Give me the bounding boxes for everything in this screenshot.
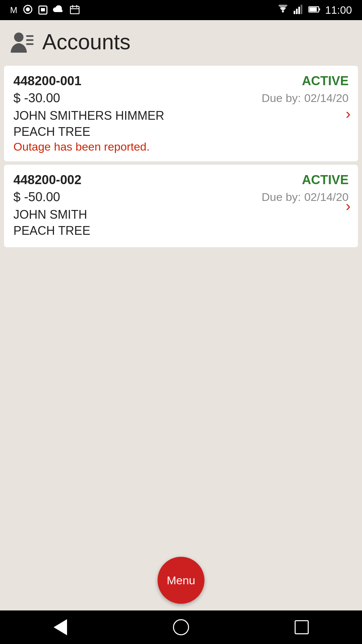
back-triangle-icon: [54, 619, 67, 635]
svg-rect-9: [296, 9, 298, 14]
home-circle-icon: [173, 619, 189, 635]
account-location-1: PEACH TREE: [13, 125, 349, 139]
sim-icon: [38, 4, 48, 16]
svg-point-15: [14, 33, 23, 42]
account-balance-2: $ -50.00: [13, 190, 60, 204]
due-by-label-2: Due by:: [261, 191, 301, 204]
account-number-1: 448200-001: [13, 74, 81, 88]
due-by-date-1: 02/14/20: [304, 92, 349, 105]
menu-button[interactable]: Menu: [158, 557, 204, 604]
account-name-2: JOHN SMITH: [13, 208, 349, 222]
status-bar-right-icons: 11:00: [277, 4, 352, 16]
battery-icon: [308, 6, 320, 14]
status-bar-left-icons: M: [10, 4, 80, 16]
recents-square-icon: [295, 620, 309, 634]
due-by-container-2: Due by: 02/14/20: [261, 191, 349, 204]
gmail-icon: M: [10, 5, 17, 15]
status-time: 11:00: [325, 4, 352, 16]
svg-rect-18: [26, 43, 34, 45]
chevron-right-icon-2: ›: [346, 198, 351, 214]
recents-button[interactable]: [288, 614, 315, 641]
calendar-icon: [70, 4, 80, 16]
due-by-container-1: Due by: 02/14/20: [261, 92, 349, 105]
chevron-right-icon-1: ›: [346, 105, 351, 122]
app-header: Accounts: [0, 20, 362, 62]
svg-rect-14: [309, 7, 317, 11]
content-area: 448200-001 ACTIVE $ -30.00 Due by: 02/14…: [0, 62, 362, 610]
signal-icon: [294, 5, 304, 15]
card-middle-row-2: $ -50.00 Due by: 02/14/20: [13, 190, 349, 204]
card-top-row-1: 448200-001 ACTIVE: [13, 74, 349, 88]
outage-notice-1: Outage has been reported.: [13, 140, 349, 153]
svg-rect-17: [26, 39, 34, 41]
svg-rect-3: [41, 8, 45, 11]
account-number-2: 448200-002: [13, 173, 81, 187]
back-button[interactable]: [47, 614, 74, 641]
home-button[interactable]: [168, 614, 194, 641]
page-title: Accounts: [42, 30, 130, 54]
svg-rect-4: [70, 6, 79, 14]
svg-rect-13: [319, 8, 320, 10]
account-status-1: ACTIVE: [302, 74, 349, 88]
account-card-2[interactable]: 448200-002 ACTIVE $ -50.00 Due by: 02/14…: [4, 165, 358, 247]
svg-point-1: [26, 7, 30, 11]
account-status-2: ACTIVE: [302, 173, 349, 187]
account-name-1: JOHN SMITHERS HIMMER: [13, 109, 349, 123]
svg-rect-16: [26, 35, 34, 37]
card-middle-row-1: $ -30.00 Due by: 02/14/20: [13, 91, 349, 105]
bottom-nav: [0, 610, 362, 644]
wifi-icon: [277, 5, 289, 15]
due-by-date-2: 02/14/20: [304, 191, 349, 204]
svg-rect-8: [294, 11, 295, 14]
account-card-1[interactable]: 448200-001 ACTIVE $ -30.00 Due by: 02/14…: [4, 66, 358, 161]
status-bar: M 11:00: [0, 0, 362, 20]
due-by-label-1: Due by:: [261, 92, 301, 105]
cloud-icon: [53, 5, 64, 15]
record-icon: [23, 4, 33, 16]
account-location-2: PEACH TREE: [13, 224, 349, 238]
svg-rect-11: [301, 5, 302, 14]
accounts-page-icon: [10, 30, 34, 54]
account-balance-1: $ -30.00: [13, 91, 60, 105]
svg-rect-10: [298, 7, 300, 14]
card-top-row-2: 448200-002 ACTIVE: [13, 173, 349, 187]
